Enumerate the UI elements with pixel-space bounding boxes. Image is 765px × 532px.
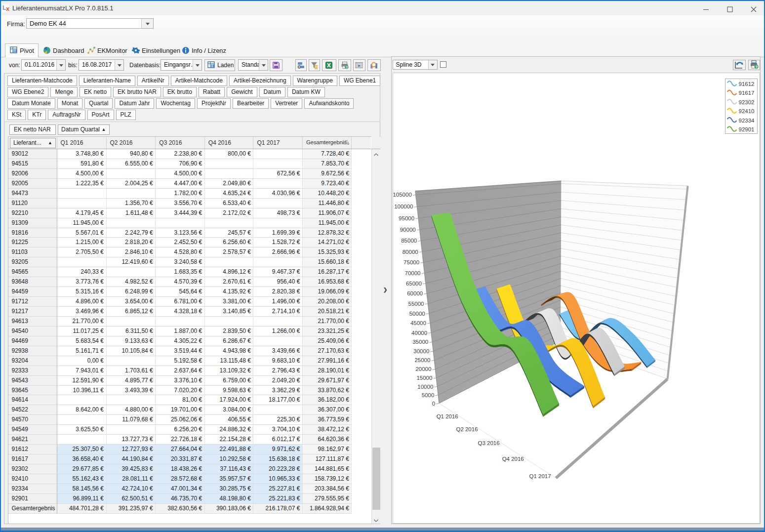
- svg-text:40000: 40000: [411, 330, 427, 336]
- svg-text:50000: 50000: [409, 311, 425, 317]
- svg-text:90000: 90000: [400, 227, 415, 233]
- svg-text:92302: 92302: [738, 99, 754, 105]
- svg-text:91617: 91617: [738, 90, 754, 96]
- svg-text:10000: 10000: [417, 384, 433, 390]
- svg-text:25000: 25000: [414, 357, 430, 363]
- svg-text:Q3 2016: Q3 2016: [478, 440, 499, 446]
- svg-text:35000: 35000: [412, 339, 428, 345]
- svg-text:91612: 91612: [738, 81, 754, 87]
- svg-text:105000: 105000: [393, 192, 412, 198]
- svg-text:92410: 92410: [738, 108, 754, 114]
- svg-text:5000: 5000: [421, 392, 434, 398]
- svg-text:92334: 92334: [738, 118, 755, 123]
- svg-text:20000: 20000: [415, 366, 431, 372]
- svg-text:55000: 55000: [408, 301, 424, 307]
- svg-text:?: ?: [346, 65, 348, 69]
- svg-text:100000: 100000: [394, 204, 413, 209]
- svg-text:15000: 15000: [416, 375, 432, 381]
- svg-text:45000: 45000: [410, 320, 426, 326]
- svg-text:85000: 85000: [401, 238, 417, 244]
- svg-text:?: ?: [755, 65, 758, 69]
- svg-text:0: 0: [432, 401, 435, 407]
- svg-text:Q1 2016: Q1 2016: [436, 413, 458, 419]
- svg-text:Σ: Σ: [14, 49, 16, 53]
- svg-text:60000: 60000: [407, 290, 423, 296]
- svg-text:65000: 65000: [405, 281, 421, 286]
- svg-text:30000: 30000: [413, 348, 429, 354]
- svg-text:Q4 2016: Q4 2016: [502, 456, 523, 462]
- svg-text:75000: 75000: [403, 259, 419, 265]
- svg-text:70000: 70000: [404, 270, 420, 276]
- svg-text:80000: 80000: [402, 249, 418, 255]
- svg-text:Q1 2017: Q1 2017: [529, 473, 551, 479]
- svg-text:95000: 95000: [399, 215, 414, 221]
- svg-text:Σ: Σ: [212, 64, 214, 68]
- svg-text:92901: 92901: [738, 126, 754, 132]
- svg-text:Q2 2016: Q2 2016: [456, 426, 478, 432]
